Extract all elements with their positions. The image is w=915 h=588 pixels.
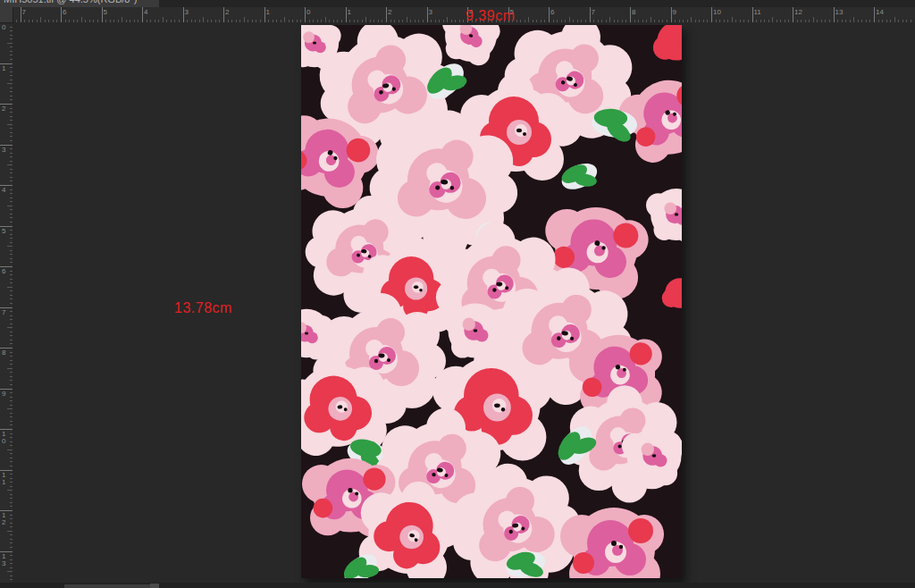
vertical-ruler[interactable]: 01234567891 01 11 21 3 bbox=[0, 22, 13, 588]
document-tab-bar: MIH5051.tif @ 44.5%(RGB/8*) bbox=[0, 0, 915, 7]
document-canvas[interactable] bbox=[301, 25, 682, 578]
status-bar-handle[interactable] bbox=[150, 584, 159, 588]
ruler-origin-corner[interactable] bbox=[0, 7, 13, 23]
horizontal-ruler[interactable]: 765432101234567891011121314 bbox=[0, 7, 915, 23]
document-tab[interactable]: MIH5051.tif @ 44.5%(RGB/8*) bbox=[0, 0, 159, 7]
width-measurement-label: 9.39cm bbox=[466, 8, 515, 24]
floral-artwork bbox=[301, 25, 682, 578]
status-bar-segment[interactable] bbox=[64, 584, 154, 588]
height-measurement-label: 13.78cm bbox=[174, 300, 232, 316]
document-tab-label: MIH5051.tif @ 44.5%(RGB/8*) bbox=[0, 0, 159, 4]
status-bar[interactable] bbox=[0, 583, 915, 588]
photoshop-window: MIH5051.tif @ 44.5%(RGB/8*) 765432101234… bbox=[0, 0, 915, 588]
